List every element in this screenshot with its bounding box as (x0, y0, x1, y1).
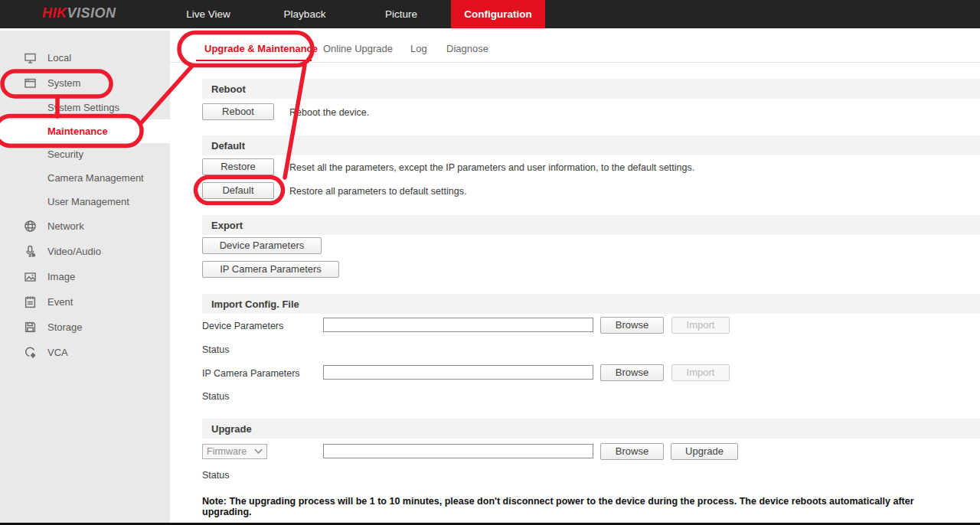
tab-log[interactable]: Log (410, 43, 427, 54)
image-icon (23, 270, 37, 284)
globe-icon (23, 220, 37, 233)
sidebar-item-label: Storage (47, 321, 83, 333)
sidebar-item-label: Event (47, 296, 73, 308)
upgrade-file-input[interactable] (323, 444, 593, 458)
sidebar-item-system-settings[interactable]: System Settings (0, 96, 170, 119)
section-header-reboot: Reboot (202, 79, 980, 99)
window-icon (23, 77, 37, 90)
sidebar: Local System System Settings Maintenance… (0, 31, 170, 523)
upgrade-browse-button[interactable]: Browse (600, 443, 664, 460)
reboot-description: Reboot the device. (289, 107, 369, 118)
sidebar-item-camera-management[interactable]: Camera Management (0, 166, 170, 190)
sidebar-item-security[interactable]: Security (0, 142, 170, 166)
sidebar-item-image[interactable]: Image (0, 265, 170, 289)
sidebar-item-user-management[interactable]: User Management (0, 190, 170, 214)
section-header-default: Default (202, 135, 980, 155)
import-device-import-button[interactable]: Import (671, 317, 730, 334)
sidebar-item-label: Image (47, 271, 75, 282)
sidebar-item-network[interactable]: Network (0, 214, 170, 238)
import-ipc-status-label: Status (202, 391, 229, 402)
section-header-import-config: Import Config. File (202, 294, 980, 314)
nav-live-view[interactable]: Live View (170, 0, 247, 28)
sidebar-item-maintenance[interactable]: Maintenance (0, 119, 170, 143)
section-title: Default (211, 140, 245, 152)
hikvision-config-page: HIKVISION Live View Playback Picture Con… (0, 0, 980, 525)
disk-icon (23, 321, 37, 334)
tab-bottom-border (170, 62, 980, 63)
microphone-icon (23, 245, 37, 259)
nav-picture[interactable]: Picture (363, 0, 439, 28)
export-device-parameters-button[interactable]: Device Parameters (202, 237, 322, 254)
restore-button[interactable]: Restore (202, 158, 274, 175)
sidebar-item-label: Video/Audio (47, 246, 101, 257)
chevron-down-icon (254, 448, 263, 455)
top-navigation-bar: HIKVISION Live View Playback Picture Con… (0, 0, 980, 28)
sidebar-item-event[interactable]: Event (0, 290, 170, 314)
sidebar-item-storage[interactable]: Storage (0, 315, 170, 339)
sidebar-item-video-audio[interactable]: Video/Audio (0, 240, 170, 263)
import-ipc-import-button[interactable]: Import (671, 364, 730, 381)
default-description: Restore all parameters to default settin… (289, 186, 466, 197)
upgrade-button[interactable]: Upgrade (671, 443, 738, 460)
import-device-parameters-label: Device Parameters (202, 321, 283, 331)
section-header-export: Export (202, 215, 980, 235)
export-ip-camera-parameters-button[interactable]: IP Camera Parameters (202, 261, 339, 278)
default-button[interactable]: Default (202, 182, 274, 199)
tab-diagnose[interactable]: Diagnose (446, 43, 488, 54)
tab-upgrade-maintenance[interactable]: Upgrade & Maintenance (204, 43, 318, 54)
sidebar-item-label: User Management (47, 196, 129, 207)
upgrade-note: Note: The upgrading process will be 1 to… (202, 496, 965, 517)
logo-hik: HIK (42, 5, 67, 21)
sidebar-item-label: Network (47, 220, 84, 232)
hikvision-logo: HIKVISION (42, 5, 116, 21)
firmware-type-select[interactable]: Firmware (202, 444, 267, 459)
import-device-parameters-input[interactable] (323, 318, 593, 332)
sidebar-item-label: Maintenance (47, 126, 108, 137)
import-ipc-parameters-label: IP Camera Parameters (202, 368, 300, 379)
sidebar-item-label: System (47, 77, 80, 89)
sidebar-item-label: Camera Management (47, 172, 144, 184)
tab-online-upgrade[interactable]: Online Upgrade (323, 43, 393, 54)
active-tab-underline (196, 60, 312, 61)
section-title: Export (211, 220, 243, 231)
notepad-icon (23, 295, 37, 309)
logo-vision: VISION (67, 5, 116, 21)
upgrade-status-label: Status (202, 470, 229, 481)
sidebar-item-vca[interactable]: VCA (0, 341, 170, 364)
sidebar-item-label: Local (47, 52, 71, 64)
vca-icon (23, 346, 37, 360)
section-header-upgrade: Upgrade (202, 419, 980, 439)
import-ipc-browse-button[interactable]: Browse (600, 364, 664, 381)
section-title: Upgrade (211, 423, 252, 435)
restore-description: Reset all the parameters, except the IP … (289, 162, 694, 173)
sidebar-item-label: Security (47, 148, 83, 160)
import-device-status-label: Status (202, 344, 229, 355)
import-device-browse-button[interactable]: Browse (600, 317, 664, 334)
nav-configuration[interactable]: Configuration (451, 0, 545, 28)
sidebar-item-label: System Settings (47, 102, 119, 113)
import-ipc-parameters-input[interactable] (323, 365, 593, 380)
sidebar-item-label: VCA (47, 347, 68, 358)
monitor-icon (23, 51, 37, 65)
sidebar-item-local[interactable]: Local (0, 46, 170, 70)
sidebar-item-system[interactable]: System (0, 71, 170, 95)
section-title: Import Config. File (211, 298, 299, 310)
firmware-select-value: Firmware (207, 446, 247, 457)
section-title: Reboot (211, 83, 246, 95)
nav-playback[interactable]: Playback (266, 0, 343, 28)
reboot-button[interactable]: Reboot (202, 103, 274, 120)
